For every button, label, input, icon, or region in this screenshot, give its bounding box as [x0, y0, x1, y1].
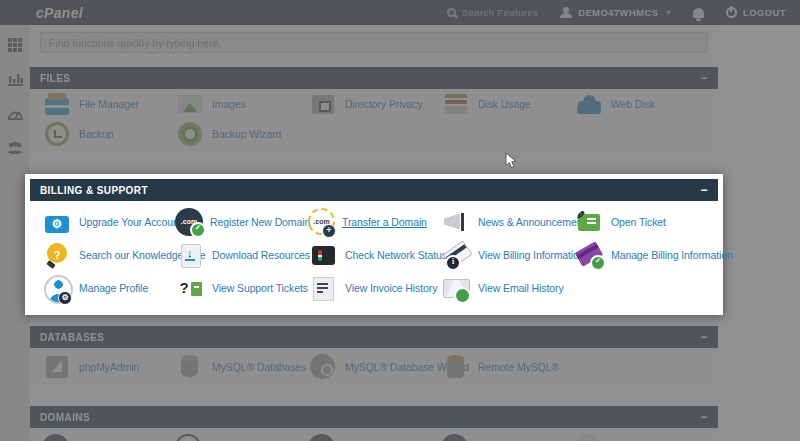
section-databases: DATABASES − phpMyAdmin MySQL® Databases … [30, 326, 718, 386]
item-backup[interactable]: Backup [42, 120, 175, 148]
i-view-invoice-history [308, 274, 338, 302]
item-label: View Invoice History [345, 282, 437, 294]
item-label: MySQL® Databases [212, 361, 306, 373]
item-mysql-database-wizard[interactable]: MySQL® Database Wizard [308, 353, 441, 381]
search-icon [447, 8, 456, 17]
i-view-email-history [441, 274, 471, 302]
item-label: Download Resources [212, 249, 310, 261]
item-label: Backup [79, 128, 113, 140]
section-billing-header[interactable]: BILLING & SUPPORT − [30, 179, 718, 201]
cpanel-logo: cPanel [36, 5, 83, 21]
sidebar-item-metrics[interactable] [7, 105, 23, 121]
section-files: FILES − File Manager Images Directory Pr… [30, 67, 718, 149]
item-label: Manage Billing Information [611, 249, 733, 261]
item-label: Check Network Status [345, 249, 447, 261]
sidebar-item-home[interactable] [7, 37, 23, 53]
item-check-network-status[interactable]: Check Network Status [308, 241, 441, 269]
username: DEMO47WHMCS [578, 7, 658, 18]
item-addon-domains[interactable]: .com Addon Domains [42, 434, 175, 441]
item-mysql-databases[interactable]: MySQL® Databases [175, 353, 308, 381]
i-transfer-domain: .com [308, 208, 335, 235]
item-web-disk[interactable]: Web Disk [574, 90, 707, 118]
logout-button[interactable]: LOGOUT [726, 7, 786, 18]
item-download-resources[interactable]: Download Resources [175, 241, 308, 269]
apps-grid-icon [8, 38, 22, 52]
i-knowledgebase: ? [42, 241, 72, 269]
item-label: Remote MySQL® [478, 361, 559, 373]
item-manage-billing-information[interactable]: Manage Billing Information [574, 241, 707, 269]
item-backup-wizard[interactable]: Backup Wizard [175, 120, 308, 148]
i-backup [42, 120, 72, 148]
billing-row-1: Upgrade Your Account .com Register New D… [30, 205, 718, 238]
item-view-invoice-history[interactable]: View Invoice History [308, 274, 441, 302]
item-news-announcements[interactable]: News & Announcements [441, 208, 574, 236]
item-manage-profile[interactable]: Manage Profile [42, 274, 175, 302]
i-upgrade-account [42, 208, 72, 236]
collapse-icon[interactable]: − [701, 326, 708, 348]
mouse-cursor [505, 152, 518, 169]
item-label: Backup Wizard [212, 128, 281, 140]
i-open-ticket [574, 208, 604, 236]
i-domain-com: .com [441, 434, 468, 441]
i-web-disk [574, 90, 604, 118]
collapse-icon[interactable]: − [701, 406, 708, 428]
topbar-search-label: Search Features [462, 7, 538, 18]
item-open-ticket[interactable]: Open Ticket [574, 208, 707, 236]
item-label: View Support Tickets [212, 282, 308, 294]
chevron-down-icon: ▾ [667, 8, 671, 17]
item-label: Transfer a Domain [342, 216, 427, 228]
user-menu[interactable]: DEMO47WHMCS ▾ [560, 7, 671, 18]
section-title: DOMAINS [40, 412, 90, 423]
collapse-icon[interactable]: − [701, 179, 708, 201]
top-bar: cPanel Search Features DEMO47WHMCS ▾ LOG… [0, 0, 800, 25]
section-domains-header[interactable]: DOMAINS − [30, 406, 718, 428]
item-label: View Email History [478, 282, 564, 294]
metrics-gauge-icon [8, 107, 23, 120]
sidebar-item-statistics[interactable] [7, 71, 23, 87]
item-simple-zone-editor[interactable]: DNS Simple Zone Editor [574, 434, 707, 441]
i-download-resources [175, 241, 205, 269]
item-view-email-history[interactable]: View Email History [441, 274, 574, 302]
logout-label: LOGOUT [743, 7, 786, 18]
section-title: FILES [40, 73, 70, 84]
i-remote-mysql [441, 353, 471, 381]
i-manage-profile [42, 274, 72, 302]
item-label: Open Ticket [611, 216, 666, 228]
item-subdomains[interactable]: sub. Subdomains [175, 434, 308, 441]
i-backup-wizard [175, 120, 205, 148]
item-label: Upgrade Your Account [79, 216, 182, 228]
item-phpmyadmin[interactable]: phpMyAdmin [42, 353, 175, 381]
section-databases-header[interactable]: DATABASES − [30, 326, 718, 348]
main-content: FILES − File Manager Images Directory Pr… [30, 25, 718, 441]
section-files-header[interactable]: FILES − [30, 67, 718, 89]
billing-row-2: ? Search our Knowledgebase Download Reso… [30, 238, 718, 271]
files-row-2: Backup Backup Wizard [30, 119, 718, 149]
item-redirects[interactable]: .com Redirects [441, 434, 574, 441]
section-billing-support: BILLING & SUPPORT − Upgrade Your Account… [25, 174, 723, 315]
notifications-button[interactable] [693, 8, 704, 18]
item-aliases[interactable]: .com Aliases [308, 434, 441, 441]
item-search-knowledgebase[interactable]: ? Search our Knowledgebase [42, 241, 175, 269]
item-view-billing-information[interactable]: View Billing Information [441, 241, 574, 269]
item-file-manager[interactable]: File Manager [42, 90, 175, 118]
item-remote-mysql[interactable]: Remote MySQL® [441, 353, 574, 381]
item-upgrade-account[interactable]: Upgrade Your Account [42, 208, 175, 236]
item-transfer-a-domain[interactable]: .com Transfer a Domain [308, 208, 441, 235]
item-label: File Manager [79, 98, 139, 110]
item-directory-privacy[interactable]: Directory Privacy [308, 90, 441, 118]
i-register-domain: .com [175, 208, 203, 236]
item-view-support-tickets[interactable]: ? View Support Tickets [175, 274, 308, 302]
i-view-support-tickets: ? [175, 274, 205, 302]
i-file-manager [42, 90, 72, 118]
item-images[interactable]: Images [175, 90, 308, 118]
item-register-new-domain[interactable]: .com Register New Domain [175, 208, 308, 236]
i-mysql-wizard [308, 353, 338, 381]
i-news-announcements [441, 208, 471, 236]
item-label: phpMyAdmin [79, 361, 139, 373]
sidebar-item-users[interactable] [7, 139, 23, 155]
topbar-search[interactable]: Search Features [447, 7, 538, 18]
collapse-icon[interactable]: − [701, 67, 708, 89]
quick-find-input[interactable] [40, 32, 708, 53]
item-disk-usage[interactable]: Disk Usage [441, 90, 574, 118]
i-phpmyadmin [42, 353, 72, 381]
